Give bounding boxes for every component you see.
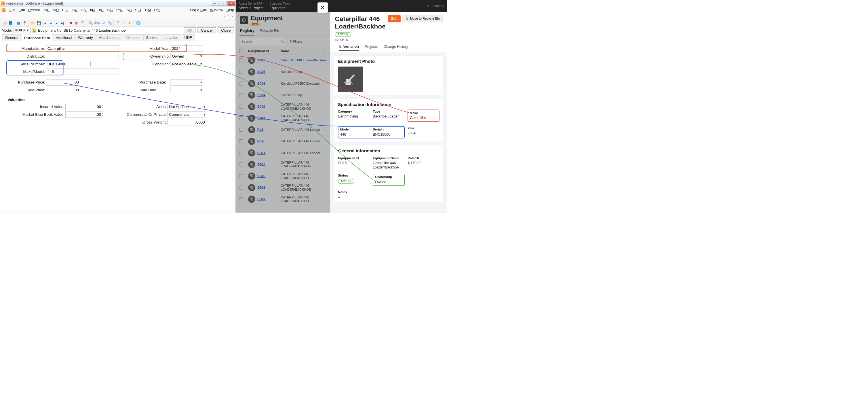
menu-fa[interactable]: F/A bbox=[72, 8, 78, 12]
menu-window[interactable]: Window bbox=[210, 8, 223, 12]
equipment-id-link[interactable]: SC01 bbox=[257, 116, 265, 120]
row-checkbox[interactable] bbox=[239, 93, 243, 97]
menu-file[interactable]: File bbox=[9, 8, 15, 12]
condition-select[interactable] bbox=[170, 61, 203, 67]
row-checkbox[interactable] bbox=[239, 174, 243, 178]
menu-sd[interactable]: S/D bbox=[135, 8, 141, 12]
table-row[interactable]: 🏗SB08 CATERPILLAR 446 LOADER/BACKHOE bbox=[236, 182, 331, 193]
bullet-list-icon[interactable]: ☷ bbox=[116, 21, 120, 25]
axles-select[interactable] bbox=[167, 104, 206, 110]
table-row[interactable]: 🏗SB10 CATERPILLAR 446 LOADER/BACKHOE bbox=[236, 159, 331, 170]
attach-icon[interactable]: 📎 bbox=[108, 21, 112, 25]
tab-information[interactable]: Information bbox=[339, 45, 359, 51]
sale-date-input[interactable] bbox=[170, 87, 203, 93]
equipment-id-link[interactable]: RL4 bbox=[257, 139, 264, 143]
project-value[interactable]: Select a Project bbox=[239, 6, 264, 10]
menu-ps[interactable]: P/S bbox=[126, 8, 132, 12]
table-row[interactable]: 🏗SC04 Kobelco Pump bbox=[236, 89, 331, 101]
mdi-close-icon[interactable]: ✕ bbox=[231, 14, 234, 18]
menu-record[interactable]: Record bbox=[28, 8, 40, 12]
table-row[interactable]: 🏗SB11 CATERPILLAR 446 Loader bbox=[236, 147, 331, 159]
row-checkbox[interactable] bbox=[239, 82, 243, 85]
tab-service[interactable]: Service bbox=[143, 34, 161, 41]
sql-icon[interactable]: SQL bbox=[94, 21, 100, 25]
row-checkbox[interactable] bbox=[239, 139, 243, 143]
menu-pr[interactable]: P/R bbox=[116, 8, 122, 12]
menu-gl[interactable]: G/L bbox=[81, 8, 87, 12]
menu-eq[interactable]: E/Q bbox=[62, 8, 68, 12]
row-checkbox[interactable] bbox=[239, 163, 243, 166]
ownership-select[interactable] bbox=[170, 53, 203, 59]
table-row[interactable]: 🏗SC05 Kobelco Pump bbox=[236, 66, 331, 78]
equipment-id-link[interactable]: SC04 bbox=[257, 93, 265, 97]
tab-udf[interactable]: UDF bbox=[182, 34, 195, 41]
sale-price-input[interactable] bbox=[46, 87, 80, 93]
window-maximize-button[interactable]: ▭ bbox=[219, 1, 227, 5]
cancel-x-icon[interactable]: ✖ bbox=[68, 21, 73, 25]
tab-registry[interactable]: Registry bbox=[240, 29, 254, 35]
mdi-restore-icon[interactable]: ❐ bbox=[227, 14, 229, 18]
equipment-id-link[interactable]: RL5 bbox=[257, 128, 264, 131]
menu-up[interactable]: U/P bbox=[154, 8, 160, 12]
star-icon[interactable]: ☆ bbox=[427, 4, 430, 8]
window-minimize-button[interactable]: — bbox=[211, 1, 218, 5]
tab-recycle-bin[interactable]: Recycle Bin bbox=[260, 29, 279, 35]
gw-input[interactable] bbox=[167, 119, 206, 125]
expand-icon[interactable]: ⤢ bbox=[102, 21, 106, 25]
folder-icon[interactable]: 📁 bbox=[31, 21, 35, 25]
document-icon[interactable]: 📄 bbox=[122, 21, 126, 25]
menu-ar[interactable]: A/R bbox=[53, 8, 59, 12]
refresh-icon[interactable]: ↻ bbox=[128, 21, 132, 25]
row-checkbox[interactable] bbox=[239, 58, 243, 62]
tab-additional[interactable]: Additional bbox=[53, 34, 75, 41]
table-row[interactable]: 🏗RL5 CATERPILLAR 446 Loader bbox=[236, 124, 331, 136]
tools-value[interactable]: Equipment bbox=[269, 6, 290, 10]
menu-pc[interactable]: P/C bbox=[107, 8, 113, 12]
equipment-id-link[interactable]: SB11 bbox=[257, 151, 265, 155]
menu-log-call[interactable]: Log a Call bbox=[190, 8, 207, 12]
model-year-input[interactable] bbox=[170, 46, 203, 52]
table-row[interactable]: 🏗SB15 Caterpillar 446 Loader/Backhoe bbox=[236, 55, 331, 66]
search-icon[interactable]: 🔍 bbox=[88, 21, 93, 25]
col-menu-icon[interactable]: ⋮ bbox=[321, 49, 327, 53]
equipment-id-link[interactable]: SB08 bbox=[257, 186, 265, 189]
table-row[interactable]: 🏗SB09 CATERPILLAR 446 LOADER/BACKHOE bbox=[236, 170, 331, 182]
save-icon[interactable]: 💾 bbox=[36, 21, 41, 25]
tab-purchase-data[interactable]: Purchase Data bbox=[21, 34, 53, 41]
purchase-price-input[interactable] bbox=[46, 79, 80, 86]
lock-icon[interactable]: 🔒 bbox=[32, 28, 36, 32]
ok-button[interactable]: OK bbox=[184, 27, 196, 33]
prev-icon[interactable]: ◂ bbox=[48, 21, 53, 25]
make-model-input[interactable] bbox=[46, 68, 119, 75]
close-panel-button[interactable]: ✕ bbox=[317, 2, 328, 13]
equipment-id-link[interactable]: SB10 bbox=[257, 163, 265, 166]
new-record-icon[interactable]: ▦ bbox=[17, 21, 21, 25]
edit-button[interactable]: Edit bbox=[388, 15, 401, 23]
row-checkbox[interactable] bbox=[239, 186, 243, 189]
book-icon[interactable]: 📘 bbox=[8, 21, 13, 25]
move-recycle-button[interactable]: 🗑 Move to Recycle Bin bbox=[402, 15, 442, 23]
row-checkbox[interactable] bbox=[239, 105, 243, 108]
equipment-id-link[interactable]: SC02 bbox=[257, 105, 265, 108]
purchase-date-input[interactable] bbox=[170, 79, 203, 86]
manufacturer-input[interactable] bbox=[46, 46, 119, 52]
tab-warranty[interactable]: Warranty bbox=[75, 34, 96, 41]
trash-icon[interactable]: 🗑 bbox=[74, 21, 79, 25]
table-row[interactable]: 🏗SB07 CATERPILLAR 446 LOADER/BACKHOE bbox=[236, 194, 331, 205]
tab-change-history[interactable]: Change History bbox=[384, 45, 408, 51]
equipment-id-link[interactable]: SB07 bbox=[257, 197, 265, 201]
search-input[interactable]: Search 🔍 bbox=[239, 38, 287, 45]
filters-button[interactable]: ⚲ Filters bbox=[289, 40, 302, 43]
menu-ap[interactable]: A/P bbox=[43, 8, 50, 12]
menu-in[interactable]: I/N bbox=[90, 8, 95, 12]
distributor-input[interactable] bbox=[46, 53, 119, 59]
window-close-button[interactable]: ✕ bbox=[228, 1, 235, 5]
cop-select[interactable] bbox=[167, 112, 206, 118]
tab-location[interactable]: Location bbox=[162, 34, 181, 41]
pin-icon[interactable]: 📍 bbox=[23, 21, 27, 25]
gear-icon[interactable]: ⚙ bbox=[240, 16, 248, 24]
equipment-id-link[interactable]: SB09 bbox=[257, 174, 265, 178]
row-checkbox[interactable] bbox=[239, 197, 243, 201]
globe-icon[interactable]: 🌐 bbox=[136, 21, 141, 25]
menu-help[interactable]: Help bbox=[226, 8, 234, 12]
